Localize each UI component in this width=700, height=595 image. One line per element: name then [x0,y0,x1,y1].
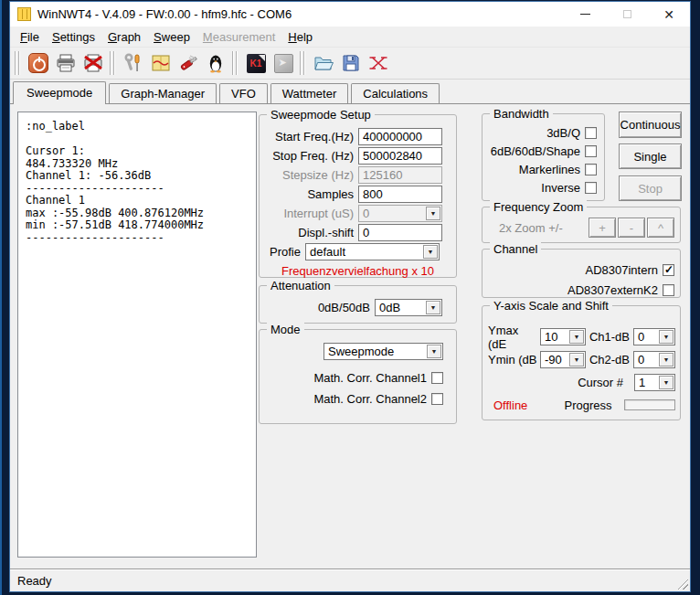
tab-bar: Sweepmode Graph-Manager VFO Wattmeter Ca… [10,80,690,103]
ch2-db-combo[interactable]: 0 ▼ [633,351,675,368]
exit-button[interactable] [25,49,52,77]
ymax-label: Ymax (dE [488,324,540,351]
group-title: Sweepmode Setup [267,108,375,122]
graph-profile-icon [151,53,171,73]
knife-icon [178,53,198,73]
tab-wattmeter[interactable]: Wattmeter [270,83,348,103]
attenuation-combo[interactable]: 0dB ▼ [375,299,442,316]
progress-bar [624,399,675,410]
ch1-db-combo[interactable]: 0 ▼ [633,328,675,345]
start-freq-input[interactable] [358,128,442,145]
calibration-k2-button[interactable] [270,49,297,77]
ad8307intern-label: AD8307intern [586,263,659,277]
toolbar-handle[interactable] [232,51,238,75]
graph-profile-button[interactable] [147,49,175,77]
bandwidth-group: Bandwidth 3dB/Q 6dB/60dB/Shape Markerlin… [482,113,605,201]
chevron-down-icon: ▼ [427,345,441,358]
linux-button[interactable] [202,49,229,77]
toolbar: K1 [10,47,690,80]
frequency-zoom-group: Frequency Zoom 2x Zoom +/- + - ^ [482,207,681,243]
print-cancel-button[interactable] [80,49,107,77]
profile-label: Profie [265,245,305,259]
samples-input[interactable] [358,186,442,203]
stop-button: Stop [619,175,682,201]
ymin-combo[interactable]: -90 ▼ [540,351,586,368]
ch1-db-label: Ch1-dB [586,330,633,344]
displ-shift-input[interactable] [358,224,442,241]
ymax-combo[interactable]: 10 ▼ [540,328,586,345]
zoom-up-button[interactable]: ^ [647,218,674,238]
window-title: WinNWT4 - V.4.09 - FW:0.00 - hfm9.hfc - … [37,7,292,21]
zoom-minus-button[interactable]: - [618,218,645,238]
stop-freq-label: Stop Freq. (Hz) [265,149,358,163]
interrupt-label: Interrupt (uS) [265,207,358,220]
chevron-down-icon: ▼ [659,330,673,344]
save-icon [341,53,361,73]
k1-book-icon: K1 [247,54,266,73]
power-icon [28,53,48,73]
close-button[interactable]: ✕ [648,2,690,27]
bandwidth-6db-label: 6dB/60dB/Shape [491,144,580,158]
calibration-k1-button[interactable]: K1 [242,49,270,77]
minimize-icon [580,14,590,15]
ch2-db-label: Ch2-dB [586,353,633,367]
markerlines-checkbox[interactable] [585,164,597,175]
open-file-button[interactable] [310,49,337,77]
single-button[interactable]: Single [619,143,682,169]
markerlines-label: Markerlines [519,163,580,176]
app-icon [17,7,31,21]
mode-combo[interactable]: Sweepmode ▼ [323,343,443,360]
ad8307intern-checkbox[interactable] [663,264,674,276]
menu-graph[interactable]: Graph [101,28,147,46]
mode-group: Mode Sweepmode ▼ Math. Corr. Channel1 Ma… [259,329,457,424]
minimize-button[interactable] [564,2,606,27]
options-button[interactable] [120,49,147,77]
zoom-plus-button[interactable]: + [589,218,616,238]
toolbar-handle[interactable] [300,51,305,75]
menu-settings[interactable]: Settings [46,28,101,46]
maximize-icon [623,10,631,18]
stop-freq-input[interactable] [358,147,442,165]
sweep-x-button[interactable] [365,49,392,77]
tab-vfo[interactable]: VFO [219,83,268,103]
ad8307extern-label: AD8307externK2 [567,283,658,297]
interrupt-combo: 0 ▼ [358,205,442,222]
tab-calculations[interactable]: Calculations [351,83,440,103]
resize-grip[interactable] [676,578,688,590]
toolbar-handle[interactable] [110,51,115,75]
swiss-knife-button[interactable] [175,49,202,77]
sweepmode-setup-group: Sweepmode Setup Start Freq.(Hz) Stop Fre… [259,114,457,278]
sweep-x-icon [368,53,388,73]
menu-sweep[interactable]: Sweep [147,28,196,46]
sweepmode-page: :no_label Cursor 1: 484.733320 MHz Chann… [10,103,690,568]
math-corr-ch1-checkbox[interactable] [431,372,443,384]
ad8307extern-checkbox[interactable] [663,284,674,296]
menu-file[interactable]: File [14,28,46,46]
menu-help[interactable]: Help [281,28,319,46]
maximize-button[interactable] [606,2,648,27]
math-corr-ch2-checkbox[interactable] [431,393,443,405]
print-icon [56,53,76,73]
toolbar-handle[interactable] [15,51,20,75]
print-button[interactable] [52,49,80,77]
tab-sweepmode[interactable]: Sweepmode [13,81,106,104]
save-file-button[interactable] [337,49,365,77]
tab-graph-manager[interactable]: Graph-Manager [109,83,217,103]
statusbar: Ready [10,568,690,591]
cursor-info-panel: :no_label Cursor 1: 484.733320 MHz Chann… [17,112,257,558]
zoom-2x-label: 2x Zoom +/- [499,221,563,235]
group-title: Frequency Zoom [490,200,587,214]
app-window: WinNWT4 - V.4.09 - FW:0.00 - hfm9.hfc - … [9,1,691,592]
profile-combo[interactable]: default ▼ [305,243,440,260]
cursor-number-combo[interactable]: 1 ▼ [634,374,675,391]
cursor-number-label: Cursor # [488,376,634,389]
continuous-button[interactable]: Continuous [619,112,682,138]
open-folder-icon [313,53,334,73]
bandwidth-6db-checkbox[interactable] [585,145,597,157]
attenuation-label: 0dB/50dB [265,301,375,314]
inverse-checkbox[interactable] [585,182,597,194]
chevron-down-icon: ▼ [659,353,673,367]
group-title: Bandwidth [490,107,553,121]
bandwidth-3db-checkbox[interactable] [585,127,597,139]
group-title: Mode [267,323,304,336]
